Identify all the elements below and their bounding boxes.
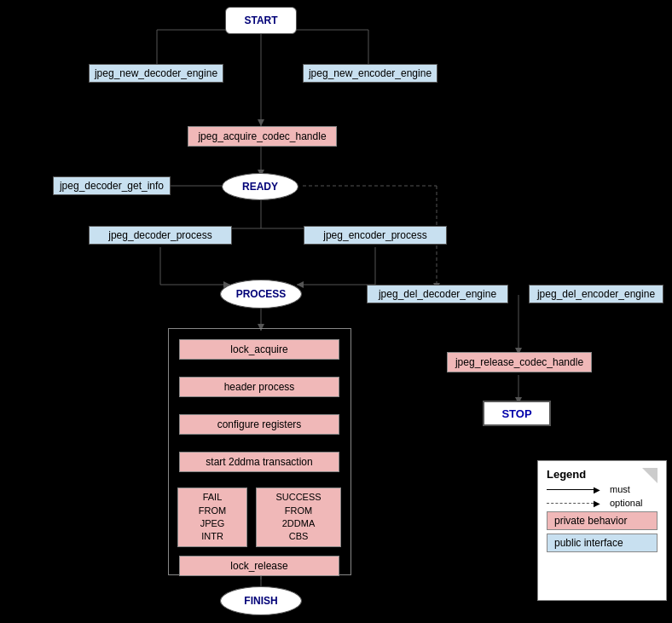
- process-container: lock_acquire header process configure re…: [168, 328, 351, 575]
- jpeg-new-decoder-engine-box: jpeg_new_decoder_engine: [89, 64, 223, 83]
- legend-must-row: ▶ must: [547, 484, 658, 494]
- legend-title: Legend: [547, 468, 658, 481]
- lock-release-box: lock_release: [179, 556, 339, 576]
- stop-node: STOP: [483, 401, 551, 426]
- ready-node: READY: [222, 173, 298, 200]
- legend-private-behavior: private behavior: [547, 511, 658, 530]
- jpeg-decoder-get-info-box: jpeg_decoder_get_info: [53, 176, 171, 195]
- lock-acquire-box: lock_acquire: [179, 339, 339, 360]
- jpeg-acquire-codec-handle-box: jpeg_acquire_codec_handle: [188, 126, 337, 147]
- legend-public-interface: public interface: [547, 534, 658, 552]
- configure-registers-box: configure registers: [179, 414, 339, 435]
- jpeg-encoder-process-box: jpeg_encoder_process: [304, 226, 447, 245]
- jpeg-del-decoder-engine-box: jpeg_del_decoder_engine: [367, 285, 508, 303]
- jpeg-new-encoder-engine-box: jpeg_new_encoder_engine: [303, 64, 437, 83]
- legend-fold: [642, 468, 658, 483]
- fail-box: FAIL FROM JPEG INTR: [177, 487, 247, 547]
- jpeg-decoder-process-box: jpeg_decoder_process: [89, 226, 232, 245]
- start-node: START: [225, 7, 297, 34]
- jpeg-del-encoder-engine-box: jpeg_del_encoder_engine: [529, 285, 663, 303]
- legend-optional-row: ▶ optional: [547, 498, 658, 508]
- jpeg-release-codec-handle-box: jpeg_release_codec_handle: [447, 352, 592, 372]
- diagram: START jpeg_new_decoder_engine jpeg_new_e…: [0, 0, 672, 623]
- finish-node: FINISH: [220, 586, 302, 615]
- process-node: PROCESS: [220, 280, 302, 309]
- svg-marker-1: [258, 119, 264, 126]
- header-process-box: header process: [179, 377, 339, 397]
- success-box: SUCCESS FROM 2DDMA CBS: [256, 487, 341, 547]
- legend-box: Legend ▶ must ▶ optional private behavio…: [537, 460, 667, 601]
- start-2ddma-box: start 2ddma transaction: [179, 452, 339, 472]
